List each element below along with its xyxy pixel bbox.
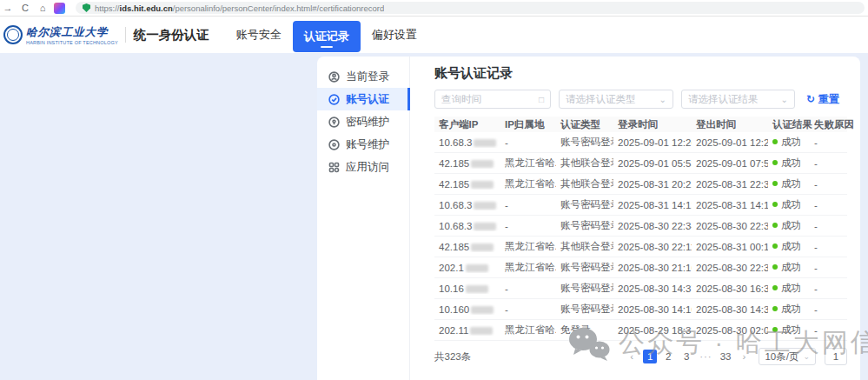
column-header-4: 登录时间 [613, 118, 692, 131]
sidebar-item-5[interactable]: 应用访问 [317, 156, 409, 178]
cell-ip-location: - [500, 283, 556, 294]
page-size-select[interactable]: 10条/页 ⌄ [759, 348, 816, 365]
prev-page-icon[interactable]: ‹ [625, 350, 639, 363]
success-dot-icon [772, 285, 778, 290]
hit-emblem-icon [3, 25, 23, 44]
auth-type-select[interactable]: 请选择认证类型 ⌄ [559, 90, 673, 109]
content-card: 当前登录账号认证密码维护账号维护应用访问 账号认证记录 查询时间 □ 请选择认证… [317, 57, 860, 380]
refresh-icon: ↻ [806, 93, 815, 105]
page-button-1[interactable]: 1 [643, 350, 657, 363]
cell-ip-location: 黑龙江省哈... [500, 240, 556, 253]
browser-toolbar: → C ⌂ https://ids.hit.edu.cn/personalinf… [0, 0, 868, 17]
cell-client-ip: 10.68.3 [434, 137, 500, 148]
auth-result-select[interactable]: 请选择认证结果 ⌄ [681, 90, 795, 109]
table-row: 10.68.3-账号密码登录2025-09-01 12:26:362025-09… [434, 132, 847, 153]
cell-client-ip: 10.68.3 [434, 200, 500, 210]
sidebar-item-2[interactable]: 账号认证 [317, 88, 409, 110]
cell-login-time: 2025-08-31 20:22:12 [613, 179, 692, 190]
date-range-input[interactable]: 查询时间 □ [434, 90, 551, 109]
app-title: 统一身份认证 [134, 27, 209, 43]
nav-tab-1[interactable]: 账号安全 [225, 17, 293, 53]
sidebar-item-4[interactable]: 账号维护 [317, 133, 409, 156]
cell-fail-reason: - [810, 325, 847, 336]
cell-ip-location: 黑龙江省哈... [500, 177, 556, 190]
hit-logo: 哈尔滨工业大学 HARBIN INSTITUTE OF TECHNOLOGY [3, 25, 118, 45]
cell-auth-result: 成功 [768, 240, 810, 253]
success-dot-icon [772, 264, 778, 270]
cell-login-time: 2025-08-30 22:11:28 [613, 242, 692, 252]
cell-login-time: 2025-08-30 14:10:06 [613, 304, 692, 315]
cell-auth-result: 成功 [768, 136, 810, 149]
cell-auth-result: 成功 [768, 157, 810, 170]
table-footer: 共323条 ‹ 123···33 › 10条/页 ⌄ 1 [434, 348, 847, 365]
cell-login-time: 2025-08-30 21:16:27 [613, 263, 692, 273]
cell-auth-result: 成功 [768, 198, 810, 211]
page-list: 123···33 [643, 350, 732, 363]
cell-client-ip: 42.185 [434, 158, 500, 169]
logo-en-text: HARBIN INSTITUTE OF TECHNOLOGY [26, 40, 118, 45]
page-button-33[interactable]: 33 [719, 350, 733, 363]
cell-client-ip: 10.160 [434, 304, 500, 315]
cell-logout-time: 2025-08-30 22:36:10 [692, 221, 768, 231]
table-body: 10.68.3-账号密码登录2025-09-01 12:26:362025-09… [434, 132, 847, 341]
cell-auth-type: 账号密码登录 [556, 136, 613, 149]
chevron-down-icon: ⌄ [781, 95, 788, 104]
reset-button[interactable]: ↻ 重置 [806, 92, 839, 107]
table-row: 202.1黑龙江省哈...账号密码登录2025-08-30 21:16:2720… [434, 257, 847, 278]
cell-fail-reason: - [810, 221, 847, 231]
nav-tab-2[interactable]: 认证记录 [293, 21, 361, 52]
address-bar[interactable]: https://ids.hit.edu.cn/personalinfo/pers… [76, 2, 865, 14]
cell-logout-time: 2025-08-31 22:30:40 [692, 179, 768, 190]
masked-ip-blur [466, 285, 488, 293]
table-row: 10.16-账号密码登录2025-08-30 14:37:102025-08-3… [434, 278, 847, 299]
reload-icon[interactable]: C [19, 2, 31, 14]
sidebar: 当前登录账号认证密码维护账号维护应用访问 [317, 57, 410, 380]
extension-icon[interactable] [54, 3, 65, 14]
filter-bar: 查询时间 □ 请选择认证类型 ⌄ 请选择认证结果 ⌄ ↻ 重置 [434, 90, 851, 109]
auth-result-placeholder: 请选择认证结果 [688, 93, 759, 106]
page-ellipsis: ··· [698, 350, 714, 363]
masked-ip-blur [474, 202, 496, 210]
masked-ip-blur [471, 181, 494, 189]
home-icon[interactable]: ⌂ [36, 2, 49, 14]
sidebar-item-label: 当前登录 [346, 70, 389, 84]
sidebar-item-1[interactable]: 当前登录 [317, 65, 409, 88]
cell-login-time: 2025-08-31 14:12:29 [613, 200, 692, 210]
next-page-icon[interactable]: › [737, 350, 751, 363]
cell-auth-result: 成功 [768, 323, 810, 337]
target-circle-icon [328, 139, 340, 150]
column-header-5: 登出时间 [692, 118, 768, 131]
auth-type-placeholder: 请选择认证类型 [566, 93, 636, 106]
jump-page-input[interactable]: 1 [825, 348, 847, 365]
success-dot-icon [772, 181, 778, 186]
cell-login-time: 2025-09-01 12:26:36 [613, 137, 692, 148]
cell-auth-result: 成功 [768, 177, 810, 190]
nav-tab-3[interactable]: 偏好设置 [361, 17, 428, 53]
cell-login-time: 2025-09-01 05:53:46 [613, 158, 692, 169]
chevron-down-icon: ⌄ [803, 352, 810, 361]
pagination: ‹ 123···33 › 10条/页 ⌄ 1 [625, 348, 847, 365]
table-row: 10.68.3-账号密码登录2025-08-31 14:12:292025-08… [434, 195, 847, 216]
page-button-3[interactable]: 3 [679, 350, 693, 363]
screen: { "browser": { "url_scheme": "https://",… [0, 0, 868, 380]
column-header-1: 客户端IP [434, 118, 500, 131]
sidebar-item-label: 账号维护 [346, 137, 389, 152]
user-circle-icon [328, 71, 340, 83]
main-content: 账号认证记录 查询时间 □ 请选择认证类型 ⌄ 请选择认证结果 ⌄ ↻ 重置 [410, 57, 860, 380]
page-button-2[interactable]: 2 [661, 350, 675, 363]
forward-icon[interactable]: → [2, 2, 14, 14]
success-dot-icon [772, 327, 778, 332]
cell-logout-time: 2025-08-30 16:38:38 [692, 283, 768, 294]
page-background: 当前登录账号认证密码维护账号维护应用访问 账号认证记录 查询时间 □ 请选择认证… [0, 53, 868, 380]
page-size-label: 10条/页 [765, 350, 798, 363]
sidebar-item-3[interactable]: 密码维护 [317, 110, 409, 133]
keyhole-circle-icon [328, 117, 340, 128]
column-header-3: 认证类型 [556, 118, 613, 131]
cell-ip-location: 黑龙江省哈... [500, 323, 556, 337]
cell-login-time: 2025-08-29 18:33:05 [613, 325, 692, 336]
column-header-7: 失败原因 [810, 118, 847, 131]
cell-auth-type: 账号密码登录 [556, 219, 613, 232]
masked-ip-blur [470, 327, 493, 335]
masked-ip-blur [471, 160, 494, 168]
calendar-icon: □ [539, 95, 544, 104]
